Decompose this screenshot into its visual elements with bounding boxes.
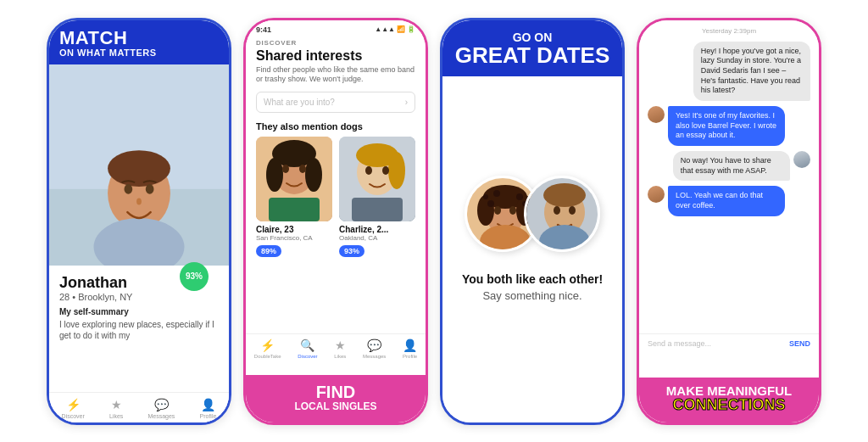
card4-content: Yesterday 2:39pm Hey! I hope you've got … <box>639 20 819 422</box>
phone-frame-2: 9:41 ▲▲▲ 📶 🔋 DISCOVER Shared interests F… <box>243 18 428 425</box>
svg-point-40 <box>543 183 586 207</box>
nav2-profile[interactable]: 👤 Profile <box>403 338 417 359</box>
card2-section-label: DISCOVER <box>246 36 426 48</box>
nav2-messages[interactable]: 💬 Messages <box>363 338 386 359</box>
likes-icon: ★ <box>111 398 122 411</box>
card3-header: GO ON GREAT DATES <box>442 20 622 76</box>
card2-find-text: FIND <box>256 383 415 400</box>
chat-row-2: Yes! It's one of my favorites. I also lo… <box>648 106 810 146</box>
avatar-receiver <box>793 151 810 168</box>
card3-body: You both like each other! Say something … <box>442 76 622 402</box>
phone-card-1: MATCH ON WHAT MATTERS <box>47 18 231 425</box>
phone-card-2: 9:41 ▲▲▲ 📶 🔋 DISCOVER Shared interests F… <box>243 18 428 425</box>
chat-timestamp: Yesterday 2:39pm <box>648 27 810 35</box>
claire-name: Claire, 23 <box>256 225 332 234</box>
svg-point-5 <box>108 150 170 187</box>
card2-search-input[interactable]: What are you into? › <box>256 92 415 113</box>
charlize-loc: Oakland, CA <box>339 234 415 242</box>
nav2-discover[interactable]: 🔍 Discover <box>298 338 317 359</box>
svg-point-13 <box>266 158 283 192</box>
nav-messages[interactable]: 💬 Messages <box>147 398 175 419</box>
svg-point-35 <box>494 206 501 215</box>
card2-status-bar: 9:41 ▲▲▲ 📶 🔋 <box>246 20 426 36</box>
card1-sub-text: ON WHAT MATTERS <box>59 48 219 58</box>
claire-pct: 89% <box>256 245 281 257</box>
svg-point-31 <box>483 194 488 199</box>
messages-icon: 💬 <box>154 398 169 411</box>
app-container: MATCH ON WHAT MATTERS <box>0 0 868 442</box>
svg-point-33 <box>516 193 523 200</box>
message-input-placeholder[interactable]: Send a message... <box>648 339 711 348</box>
nav-discover[interactable]: ⚡ Discover <box>62 398 85 419</box>
card2-title: Shared interests <box>246 48 426 64</box>
card1-content: MATCH ON WHAT MATTERS <box>49 20 229 422</box>
card2-bottom-label: FIND LOCAL SINGLES <box>246 375 426 422</box>
chat-row-4: LOL. Yeah we can do that over coffee. <box>648 186 810 215</box>
phone-card-3: GO ON GREAT DATES <box>440 18 625 425</box>
phone-card-4: Yesterday 2:39pm Hey! I hope you've got … <box>637 18 821 425</box>
card4-make-text: MAKE MEANINGFUL <box>649 384 809 397</box>
svg-point-36 <box>509 206 516 215</box>
chevron-right-icon: › <box>405 98 408 107</box>
svg-point-14 <box>305 158 322 192</box>
send-button[interactable]: SEND <box>789 339 810 348</box>
card3-say-text: Say something nice. <box>482 289 581 302</box>
svg-point-22 <box>365 166 372 175</box>
status-time: 9:41 <box>256 25 271 34</box>
nav2-likes[interactable]: ★ Likes <box>334 338 346 359</box>
card2-profile-charlize[interactable]: Charlize, 2... Oakland, CA 93% <box>339 137 415 257</box>
svg-point-16 <box>299 165 306 173</box>
card4-input-bar[interactable]: Send a message... SEND <box>639 333 819 353</box>
discover-icon: ⚡ <box>66 398 81 411</box>
svg-point-15 <box>282 165 289 173</box>
card1-summary-text: I love exploring new places, especially … <box>59 319 219 341</box>
svg-point-23 <box>382 166 389 175</box>
nav2-doubletake[interactable]: ⚡ DoubleTake <box>254 338 281 359</box>
card3-man-photo <box>524 176 600 252</box>
charlize-name: Charlize, 2... <box>339 225 415 234</box>
man-svg <box>526 178 600 252</box>
charlize-pct: 93% <box>339 245 364 257</box>
card4-bottom-label: MAKE MEANINGFUL CONNECTIONS <box>639 378 819 422</box>
doubletake-icon: ⚡ <box>260 338 275 352</box>
profile2-icon: 👤 <box>403 338 417 352</box>
claire-loc: San Francisco, CA <box>256 234 332 242</box>
charlize-photo <box>339 137 415 221</box>
nav-profile[interactable]: 👤 Profile <box>200 398 217 419</box>
profile-icon: 👤 <box>201 398 215 411</box>
card1-age-loc: 28 • Brooklyn, NY <box>59 292 219 302</box>
charlize-svg <box>339 137 415 221</box>
likes2-icon: ★ <box>335 338 346 352</box>
phone-frame-3: GO ON GREAT DATES <box>440 18 625 425</box>
card2-content: 9:41 ▲▲▲ 📶 🔋 DISCOVER Shared interests F… <box>246 20 426 422</box>
card2-profile-claire[interactable]: Claire, 23 San Francisco, CA 89% <box>256 137 332 257</box>
phone-frame-4: Yesterday 2:39pm Hey! I hope you've got … <box>637 18 821 425</box>
card1-header: MATCH ON WHAT MATTERS <box>49 20 229 64</box>
chat-row-3: No way! You have to share that essay wit… <box>648 151 810 181</box>
card1-nav: ⚡ Discover ★ Likes 💬 Messages 👤 Profile <box>49 392 229 422</box>
chat-message-1: Hey! I hope you've got a nice, lazy Sund… <box>693 42 810 101</box>
claire-svg <box>256 137 332 221</box>
card2-subtitle: Find other people who like the same emo … <box>246 65 426 85</box>
svg-point-21 <box>388 152 405 189</box>
svg-rect-24 <box>352 198 403 221</box>
svg-point-8 <box>146 184 154 194</box>
svg-rect-17 <box>269 198 320 221</box>
card2-profiles: Claire, 23 San Francisco, CA 89% <box>246 137 426 257</box>
status-icons: ▲▲▲ 📶 🔋 <box>375 25 415 33</box>
card1-summary-label: My self-summary <box>59 307 219 316</box>
card1-match-text: MATCH <box>59 29 219 48</box>
svg-point-41 <box>554 206 560 215</box>
card2-nav: ⚡ DoubleTake 🔍 Discover ★ Likes 💬 Messag… <box>246 333 426 361</box>
nav-likes[interactable]: ★ Likes <box>109 398 123 419</box>
chat-area: Yesterday 2:39pm Hey! I hope you've got … <box>639 20 819 338</box>
svg-point-32 <box>493 190 500 197</box>
match-pct-badge: 93% <box>180 262 209 291</box>
card3-content: GO ON GREAT DATES <box>442 20 622 422</box>
chat-message-2: Yes! It's one of my favorites. I also lo… <box>668 106 785 146</box>
svg-point-7 <box>124 184 132 194</box>
chat-message-3: No way! You have to share that essay wit… <box>673 151 790 181</box>
avatar-sender-2 <box>648 186 665 203</box>
card4-connections-text: CONNECTIONS <box>649 397 809 412</box>
svg-point-28 <box>477 195 494 226</box>
